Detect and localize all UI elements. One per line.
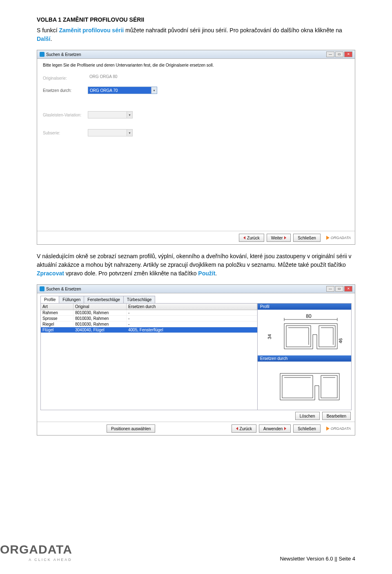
combo-subserie[interactable]: ▼ xyxy=(88,129,133,136)
titlebar: Suchen & Ersetzen — ▭ ✕ xyxy=(37,50,355,59)
combo-replace[interactable]: ORG ORGA 70 ▼ xyxy=(88,87,157,94)
table-cell: Flügel xyxy=(41,327,74,333)
apply-button[interactable]: Anwenden xyxy=(259,424,291,433)
label-glasleisten: Glasleisten-Variation: xyxy=(43,113,88,117)
combo-value xyxy=(88,112,127,118)
combo-value: ORG ORGA 70 xyxy=(88,87,151,94)
logo-text: ORGADATA xyxy=(0,543,72,556)
tab-fuellungen[interactable]: Füllungen xyxy=(59,296,84,303)
label-original: Originalserie: xyxy=(43,76,88,80)
brand-small: ORGADATA xyxy=(326,427,351,431)
edit-button[interactable]: Bearbeiten xyxy=(322,412,351,420)
keyword: Zaměnit profilovou sérii xyxy=(59,27,124,34)
btn-label: Schließen xyxy=(298,236,316,240)
btn-label: Positionen auswählen xyxy=(111,427,151,431)
table-cell: - xyxy=(127,322,257,327)
table-row[interactable]: Flügel3040040, Flügel4005, Fensterflügel xyxy=(41,327,257,333)
input-original-readonly: ORG ORGA 80 xyxy=(88,74,153,82)
table-row[interactable]: Sprosse8010030, Rahmen- xyxy=(41,316,257,322)
tab-fensterbeschlaege[interactable]: Fensterbeschläge xyxy=(84,296,124,303)
minimize-button[interactable]: — xyxy=(326,51,334,57)
preview-panel: Profil 80 34 46 xyxy=(258,304,352,410)
minimize-button[interactable]: — xyxy=(326,286,334,292)
dialog-title: Suchen & Ersetzen xyxy=(46,52,81,57)
btn-label: Schließen xyxy=(298,427,316,431)
combo-glasleisten[interactable]: ▼ xyxy=(88,111,133,118)
dialog-search-replace-1: Suchen & Ersetzen — ▭ ✕ Bitte legen Sie … xyxy=(37,50,355,245)
column-header-art[interactable]: Art xyxy=(41,304,74,310)
combo-value xyxy=(88,130,127,136)
text: můžete nahradit původní sérii jinou séri… xyxy=(124,27,342,34)
table-cell: 4005, Fensterflügel xyxy=(127,327,257,333)
chevron-down-icon[interactable]: ▼ xyxy=(127,130,132,136)
table-cell: - xyxy=(127,316,257,321)
text: S funkcí xyxy=(37,27,59,34)
app-icon xyxy=(40,286,45,291)
label-replace: Ersetzen durch: xyxy=(43,88,88,93)
dim-46: 46 xyxy=(338,338,343,343)
keyword: Zpracovat xyxy=(37,270,64,277)
brand-text: ORGADATA xyxy=(331,427,351,431)
footer-logo: ORGADATA A CLICK AHEAD xyxy=(0,542,72,562)
brand-text: ORGADATA xyxy=(331,236,351,240)
table-cell: Rahmen xyxy=(41,310,74,315)
triangle-right-icon xyxy=(284,236,286,239)
table-cell: Riegel xyxy=(41,322,74,327)
dialog-search-replace-2: Suchen & Ersetzen — ▭ ✕ Profile Füllunge… xyxy=(37,284,355,436)
table-cell: 8010030, Rahmen xyxy=(74,322,127,327)
btn-label: Zurück xyxy=(240,427,252,431)
back-button[interactable]: Zurück xyxy=(232,424,257,433)
table-row[interactable]: Riegel8010030, Rahmen- xyxy=(41,322,257,327)
back-button[interactable]: Zurück xyxy=(239,234,264,242)
btn-label: Bearbeiten xyxy=(327,414,346,418)
column-header-original[interactable]: Original xyxy=(74,304,127,310)
table-cell: - xyxy=(127,310,257,315)
preview-profile-drawing: 80 34 46 xyxy=(258,310,351,355)
column-header-ersetzen[interactable]: Ersetzen durch xyxy=(127,304,257,310)
prompt-text: Bitte legen Sie die Profilserie und dere… xyxy=(43,63,349,67)
maximize-button[interactable]: ▭ xyxy=(335,286,343,292)
dim-34: 34 xyxy=(267,334,272,339)
table-cell: 8010030, Rahmen xyxy=(74,310,127,315)
btn-label: Anwenden xyxy=(263,427,283,431)
text: vpravo dole. Pro potvrzení změn klikněte… xyxy=(64,270,198,277)
table-cell: 3040040, Flügel xyxy=(74,327,127,333)
chevron-down-icon[interactable]: ▼ xyxy=(151,87,157,94)
keyword: Další xyxy=(37,36,50,42)
brand-triangle-icon xyxy=(326,236,330,240)
chevron-down-icon[interactable]: ▼ xyxy=(127,112,132,118)
close-button[interactable]: ✕ xyxy=(344,51,352,57)
tab-profile[interactable]: Profile xyxy=(40,296,59,303)
table-row[interactable]: Rahmen8010030, Rahmen- xyxy=(41,310,257,316)
paragraph-1: S funkcí Zaměnit profilovou sérii můžete… xyxy=(37,26,355,43)
close-button[interactable]: ✕ xyxy=(344,286,352,292)
next-button[interactable]: Weiter xyxy=(267,234,291,242)
preview-header-profil: Profil xyxy=(258,304,351,310)
close-button[interactable]: Schließen xyxy=(293,234,320,242)
label-subserie: Subserie: xyxy=(43,131,88,135)
btn-label: Löschen xyxy=(300,414,315,418)
dialog-title: Suchen & Ersetzen xyxy=(46,287,81,291)
footer-page-info: Newsletter Version 6.0 || Seite 4 xyxy=(280,556,355,562)
text: . xyxy=(50,36,52,42)
profile-table: Art Original Ersetzen durch Rahmen801003… xyxy=(40,304,258,410)
table-cell: 8010030, Rahmen xyxy=(74,316,127,321)
triangle-left-icon xyxy=(236,427,238,430)
triangle-right-icon xyxy=(284,427,286,430)
maximize-button[interactable]: ▭ xyxy=(335,51,343,57)
btn-label: Zurück xyxy=(247,236,260,240)
close-button[interactable]: Schließen xyxy=(293,424,320,433)
preview-replace-drawing xyxy=(258,362,351,410)
dim-80: 80 xyxy=(306,313,312,319)
tabs: Profile Füllungen Fensterbeschläge Türbe… xyxy=(40,296,352,304)
tab-tuerbeschlaege[interactable]: Türbeschläge xyxy=(123,296,156,303)
paragraph-2: V následujícím okně se zobrazí seznam pr… xyxy=(37,252,355,278)
delete-button[interactable]: Löschen xyxy=(295,412,320,420)
btn-label: Weiter xyxy=(271,236,283,240)
app-icon xyxy=(40,52,45,57)
brand-triangle-icon xyxy=(326,427,330,431)
keyword: Použít xyxy=(198,270,215,277)
table-cell: Sprosse xyxy=(41,316,74,321)
brand-small: ORGADATA xyxy=(326,236,351,240)
select-positions-button[interactable]: Positionen auswählen xyxy=(107,424,155,433)
